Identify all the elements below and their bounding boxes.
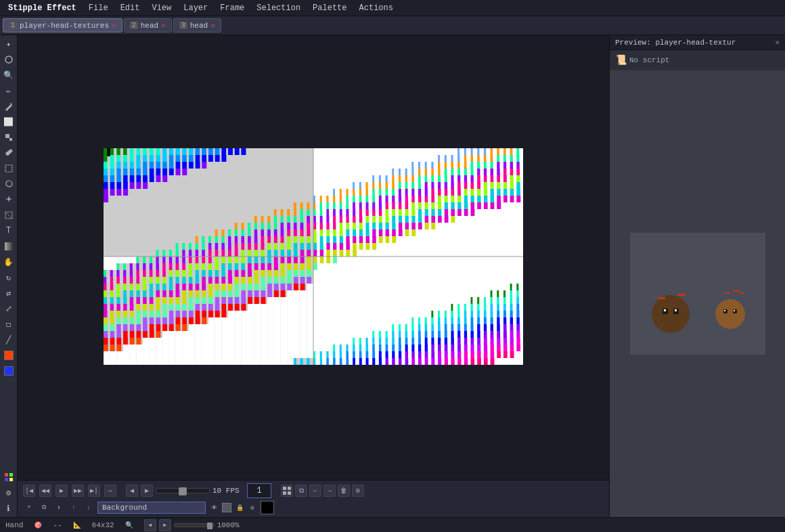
fps-thumb [179,487,187,495]
svg-rect-4 [5,242,13,250]
zoom-track[interactable] [174,523,215,527]
add-layer-btn[interactable]: + [23,502,35,514]
svg-rect-6 [9,473,13,476]
add-frame-btn[interactable] [281,485,293,497]
merge-down-btn[interactable]: ⬇ [53,502,65,514]
status-icon-coord: 🎯 [34,521,42,529]
app-title: Stipple Effect [3,2,82,14]
preview-script-area: 📜 No script [610,50,785,70]
wand-btn[interactable] [1,192,16,207]
gradient-tool-btn[interactable] [1,239,16,254]
svg-rect-11 [283,491,286,495]
transform-tool-btn[interactable]: ⤢ [1,301,16,316]
canvas-wrapper[interactable] [104,148,523,368]
menu-actions[interactable]: Actions [354,2,399,14]
main-area: ✦ 🔍 ✏ ⬜ [0,35,785,517]
shapes-tool-btn[interactable]: ◻ [1,317,16,332]
preview-close-btn[interactable]: ✕ [775,38,780,47]
layer-color-btn[interactable] [221,502,232,513]
canvas-dimensions: 64x32 [92,521,114,529]
move-tool-btn[interactable]: ✦ [1,37,16,51]
move-frame-right-btn[interactable]: → [323,485,336,497]
left-toolbar: ✦ 🔍 ✏ ⬜ [0,35,18,517]
move-layer-down-btn[interactable]: ↓ [83,502,95,514]
eyedropper-tool-btn[interactable] [1,146,16,160]
menu-palette[interactable]: Palette [307,2,352,14]
tab-1-close[interactable]: ✕ [112,21,116,30]
frame-settings-btn[interactable]: ⚙ [352,485,364,497]
fps-value: 10 FPS [212,487,243,495]
svg-rect-10 [288,487,291,490]
color-palette-btn[interactable] [1,470,16,485]
deselect-btn[interactable] [1,208,16,223]
pencil-tool-btn[interactable]: ✏ [1,83,16,98]
tab-3-close[interactable]: ✕ [210,21,215,30]
menu-view[interactable]: View [146,2,177,14]
main-canvas[interactable] [104,148,523,365]
zoom-out-btn[interactable]: ◀ [144,519,156,531]
layer-color-swatch[interactable] [261,501,274,514]
move-frame-left-btn[interactable]: ← [309,485,321,497]
frame-number-box[interactable]: 1 [247,483,271,498]
select-rect-btn[interactable] [1,161,16,176]
rotate-tool-btn[interactable]: ↻ [1,270,16,285]
tab-3[interactable]: 3 head ✕ [173,18,221,32]
flip-tool-btn[interactable]: ⇄ [1,286,16,301]
menu-frame[interactable]: Frame [215,2,250,14]
line-tool-btn[interactable]: ╱ [1,332,16,347]
canvas-area: |◀ ◀◀ ▶ ▶▶ ▶| ↔ ◀ ▶ 10 FPS 1 [18,35,609,517]
script-icon: 📜 [615,54,627,66]
duplicate-frame-btn[interactable]: ⧉ [295,485,307,497]
cursor-coords: -- [53,521,62,529]
loop-btn[interactable]: ↔ [104,485,116,497]
select-tool-btn[interactable] [1,52,16,67]
fps-increase-btn[interactable]: ▶ [141,485,153,497]
menu-layer[interactable]: Layer [178,2,213,14]
preview-image-area [610,70,785,517]
info-btn[interactable]: ℹ [1,501,16,516]
zoom-icon: 🔍 [125,521,133,529]
layer-lock-btn[interactable]: 🔒 [234,502,245,513]
menu-edit[interactable]: Edit [115,2,145,14]
delete-frame-btn[interactable]: 🗑 [338,485,350,497]
goto-start-btn[interactable]: |◀ [23,485,35,497]
tab-2-close[interactable]: ✕ [161,21,166,30]
lasso-btn[interactable] [1,177,16,192]
settings-btn[interactable]: ⚙ [1,485,16,500]
move-layer-up-btn[interactable]: ↑ [68,502,80,514]
tab-3-label: head [190,22,208,30]
status-icon-size: 📐 [73,521,81,529]
fill-tool-btn[interactable] [1,130,16,145]
prev-frame-btn[interactable]: ◀◀ [39,485,51,497]
fps-decrease-btn[interactable]: ◀ [126,485,138,497]
tab-3-num: 3 [179,22,187,29]
eraser-tool-btn[interactable]: ⬜ [1,114,16,129]
duplicate-layer-btn[interactable]: ⧉ [38,502,50,514]
fps-track[interactable] [156,488,210,493]
zoom-tool-btn[interactable]: 🔍 [1,68,16,83]
play-btn[interactable]: ▶ [55,485,68,497]
menu-selection[interactable]: Selection [251,2,306,14]
menu-file[interactable]: File [83,2,114,14]
svg-rect-9 [283,487,286,490]
right-panel: Preview: player-head-textur ✕ 📜 No scrip… [609,35,785,517]
brush-tool-btn[interactable] [1,99,16,114]
text-tool-btn[interactable]: T [1,223,16,238]
bg-color-btn[interactable] [1,363,16,378]
preview-canvas [630,233,765,355]
next-frame-btn[interactable]: ▶▶ [72,485,84,497]
zoom-in-btn[interactable]: ▶ [159,519,171,531]
tab-2[interactable]: 2 head ✕ [124,18,172,32]
svg-rect-5 [5,473,8,476]
layer-row[interactable]: Background [97,502,206,514]
layer-settings-btn[interactable]: ⚙ [247,502,258,513]
hand-tool-btn active[interactable]: ✋ [1,254,16,269]
fg-color-btn[interactable] [1,348,16,363]
layer-visible-btn[interactable]: 👁 [208,502,219,513]
canvas-container[interactable] [18,35,609,480]
timeline-controls: |◀ ◀◀ ▶ ▶▶ ▶| ↔ ◀ ▶ 10 FPS 1 [23,483,604,498]
fps-slider: ◀ ▶ 10 FPS [126,485,243,497]
goto-end-btn[interactable]: ▶| [88,485,100,497]
tab-1[interactable]: 1 player-head-textures ✕ [3,18,122,32]
status-bar: Hand 🎯 -- 📐 64x32 🔍 ◀ ▶ 1000% [0,517,785,532]
